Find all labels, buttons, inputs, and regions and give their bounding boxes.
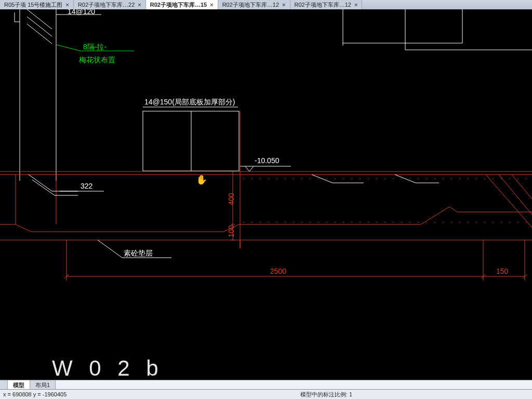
note-green-line1: 8隔-拉- [83,43,107,51]
doc-tab-label: R02子项地下车库…12 [295,1,351,9]
dim-150: 150 [496,267,509,275]
cad-canvas[interactable]: 14@120 8隔-拉- 梅花状布置 14@150(局部底板加厚部分) -10.… [0,9,532,380]
doc-tab-label: R02子项地下车库…22 [78,1,135,9]
layout-tab-1[interactable]: 布局1 [30,380,56,390]
note-green-line2: 梅花状布置 [78,56,115,64]
svg-line-11 [56,45,81,51]
pan-cursor-icon: ✋ [196,174,207,185]
svg-line-25 [486,175,532,228]
doc-tab-0[interactable]: R05子项 15号楼施工图 × [0,0,74,9]
tab-handle[interactable] [0,380,8,390]
dim-2500: 2500 [270,267,286,275]
doc-tab-3[interactable]: R02子项地下车库…12 × [218,0,290,9]
close-icon[interactable]: × [282,2,285,8]
bg-text-w02b: W 0 2 b [52,356,164,380]
close-icon[interactable]: × [354,2,357,8]
close-icon[interactable]: × [138,2,141,8]
drawing-svg: 14@120 8隔-拉- 梅花状布置 14@150(局部底板加厚部分) -10.… [0,9,532,380]
doc-tab-1[interactable]: R02子项地下车库…22 × [74,0,146,9]
svg-line-42 [98,240,122,258]
doc-tab-4[interactable]: R02子项地下车库…12 × [290,0,363,9]
status-bar: x = 690808 y = -1960405 模型中的标注比例: 1 [0,389,532,399]
doc-tab-label: R02子项地下车库…12 [222,1,279,9]
doc-tab-label: R05子项 15号楼施工图 [4,1,62,9]
doc-tab-label: R02子项地下车库…15 [150,1,207,9]
dim-100: 100 [227,225,235,237]
layout-tab-model[interactable]: 模型 [8,380,30,390]
note-14at150: 14@150(局部底板加厚部分) [144,98,235,106]
close-icon[interactable]: × [65,2,69,8]
document-tab-strip: R05子项 15号楼施工图 × R02子项地下车库…22 × R02子项地下车库… [0,0,532,10]
svg-line-9 [27,17,52,36]
svg-line-10 [27,24,52,44]
dim-400: 400 [227,193,235,205]
layout-tab-label: 模型 [13,381,24,389]
svg-line-27 [512,175,532,199]
status-scale: 模型中的标注比例: 1 [300,391,352,398]
label-322: 322 [81,182,93,190]
svg-line-8 [27,9,52,29]
elevation-label: -10.050 [255,156,280,165]
doc-tab-2[interactable]: R02子项地下车库…15 × [146,0,218,9]
layout-tab-label: 布局1 [35,381,50,389]
layout-tab-strip: 模型 布局1 [0,380,532,390]
status-coords: x = 690808 y = -1960405 [3,391,66,397]
close-icon[interactable]: × [210,2,213,8]
note-bedding: 素砼垫层 [124,249,153,257]
note-14at120: 14@120 [68,9,95,16]
